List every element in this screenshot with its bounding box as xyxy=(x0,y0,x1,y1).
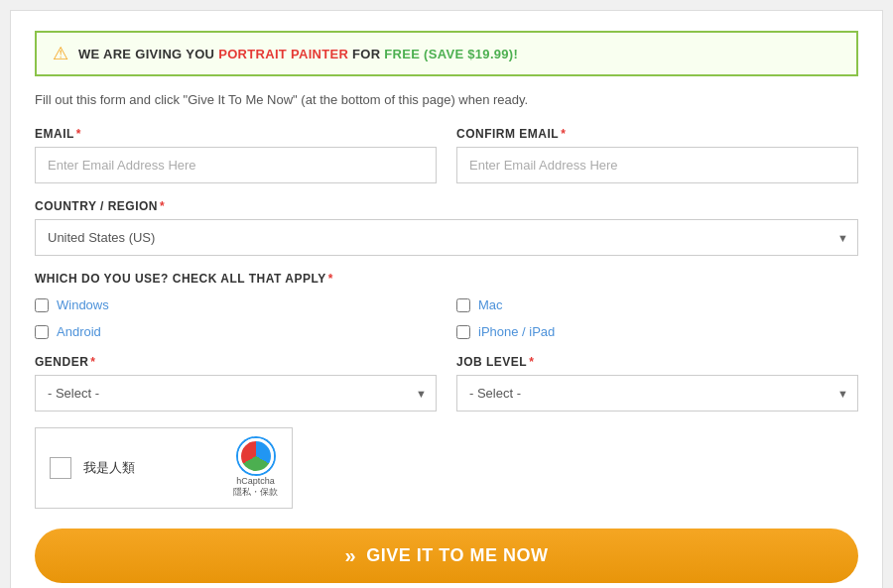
country-select-wrapper: United States (US) xyxy=(35,219,858,256)
confirm-email-label: CONFIRM EMAIL* xyxy=(456,127,858,141)
checkbox-iphone: iPhone / iPad xyxy=(456,324,858,339)
captcha-logo-circle xyxy=(238,438,274,474)
captcha-logo: hCaptcha 隱私・保款 xyxy=(233,438,278,498)
submit-button[interactable]: » GIVE IT TO ME NOW xyxy=(35,529,858,583)
warning-icon: ⚠ xyxy=(53,43,68,64)
form-subtitle: Fill out this form and click "Give It To… xyxy=(35,92,858,107)
country-select[interactable]: United States (US) xyxy=(35,219,858,256)
checkbox-iphone-label[interactable]: iPhone / iPad xyxy=(478,324,555,339)
email-group: EMAIL* xyxy=(35,127,437,183)
gender-select-wrapper: - Select - xyxy=(35,375,437,412)
checkbox-mac: Mac xyxy=(456,297,858,312)
checkbox-android-input[interactable] xyxy=(35,325,49,339)
captcha-checkbox[interactable] xyxy=(50,457,71,479)
submit-icon: » xyxy=(345,544,357,567)
checkbox-grid: Windows Mac Android iPhone / iPad xyxy=(35,297,858,339)
checkbox-section-label: WHICH DO YOU USE? CHECK ALL THAT APPLY* xyxy=(35,272,858,286)
job-level-label: JOB LEVEL* xyxy=(456,355,858,369)
gender-joblevel-row: GENDER* - Select - JOB LEVEL* - Select - xyxy=(35,355,858,412)
email-label: EMAIL* xyxy=(35,127,437,141)
job-level-group: JOB LEVEL* - Select - xyxy=(456,355,858,412)
confirm-email-group: CONFIRM EMAIL* xyxy=(456,127,858,183)
job-level-select[interactable]: - Select - xyxy=(456,375,858,412)
checkbox-android-label[interactable]: Android xyxy=(57,324,101,339)
country-label: COUNTRY / REGION* xyxy=(35,199,858,213)
checkbox-windows: Windows xyxy=(35,297,437,312)
checkbox-windows-label[interactable]: Windows xyxy=(57,297,109,312)
gender-select[interactable]: - Select - xyxy=(35,375,437,412)
checkbox-mac-label[interactable]: Mac xyxy=(478,297,503,312)
promo-banner: ⚠ WE ARE GIVING YOU PORTRAIT PAINTER FOR… xyxy=(35,31,858,76)
gender-label: GENDER* xyxy=(35,355,437,369)
page-container: ⚠ WE ARE GIVING YOU PORTRAIT PAINTER FOR… xyxy=(10,10,883,588)
checkbox-windows-input[interactable] xyxy=(35,298,49,312)
banner-text: WE ARE GIVING YOU PORTRAIT PAINTER FOR F… xyxy=(78,47,518,61)
confirm-email-input[interactable] xyxy=(456,147,858,183)
checkbox-android: Android xyxy=(35,324,437,339)
email-input[interactable] xyxy=(35,147,437,183)
captcha-brand: hCaptcha 隱私・保款 xyxy=(233,476,278,498)
captcha-label: 我是人類 xyxy=(83,459,135,477)
email-row: EMAIL* CONFIRM EMAIL* xyxy=(35,127,858,183)
job-level-select-wrapper: - Select - xyxy=(456,375,858,412)
captcha-widget[interactable]: 我是人類 hCaptcha 隱私・保款 xyxy=(35,427,293,509)
checkbox-mac-input[interactable] xyxy=(456,298,470,312)
submit-label: GIVE IT TO ME NOW xyxy=(366,545,548,566)
country-row: COUNTRY / REGION* United States (US) xyxy=(35,199,858,256)
gender-group: GENDER* - Select - xyxy=(35,355,437,412)
checkbox-iphone-input[interactable] xyxy=(456,325,470,339)
country-group: COUNTRY / REGION* United States (US) xyxy=(35,199,858,256)
